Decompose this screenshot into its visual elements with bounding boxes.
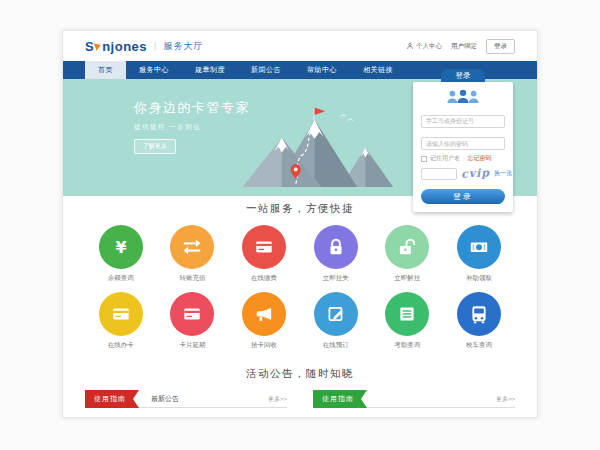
remember-row: 记住用户名 | 忘记密码 bbox=[421, 154, 505, 163]
guide-ribbon-tab[interactable]: 使用指南 bbox=[85, 390, 139, 408]
nav-item-0[interactable]: 首页 bbox=[85, 61, 126, 79]
username-input[interactable] bbox=[421, 115, 505, 128]
service-circle[interactable] bbox=[99, 292, 143, 336]
service-label: 校车查询 bbox=[443, 341, 515, 350]
nav-item-3[interactable]: 新闻公告 bbox=[238, 61, 294, 79]
service-label: 立即解挂 bbox=[372, 274, 444, 283]
login-tab[interactable]: 登录 bbox=[441, 69, 485, 82]
svg-text:¥: ¥ bbox=[115, 238, 126, 257]
user-bind-link[interactable]: 用户绑定 bbox=[451, 42, 477, 51]
separator: | bbox=[463, 156, 465, 162]
service-circle[interactable] bbox=[170, 292, 214, 336]
synjones-logo[interactable]: S njones | 服务大厅 bbox=[85, 39, 203, 54]
personal-center-link[interactable]: 个人中心 bbox=[406, 42, 442, 51]
logo-text: njones bbox=[102, 39, 147, 54]
service-label: 转账充值 bbox=[157, 274, 229, 283]
announcements-section: 活动公告，随时知晓 使用指南 最新公告 更多>> 使用指南 更多>> bbox=[63, 361, 537, 408]
nav-item-2[interactable]: 规章制度 bbox=[182, 61, 238, 79]
announcements-row: 使用指南 最新公告 更多>> 使用指南 更多>> bbox=[85, 390, 515, 408]
personal-center-label: 个人中心 bbox=[416, 42, 442, 51]
service-circle[interactable] bbox=[242, 292, 286, 336]
logo-arrow-icon bbox=[94, 41, 102, 51]
site-name: 服务大厅 bbox=[163, 40, 203, 53]
service-label: 拾卡回收 bbox=[228, 341, 300, 350]
service-label: 余额查询 bbox=[85, 274, 157, 283]
more-link[interactable]: 更多>> bbox=[268, 390, 287, 407]
unlock-icon bbox=[396, 236, 418, 258]
password-input[interactable] bbox=[421, 137, 505, 150]
latest-announcements-tab[interactable]: 最新公告 bbox=[151, 390, 179, 407]
service-item-3[interactable]: 立即挂失 bbox=[300, 225, 372, 283]
megaphone-icon bbox=[253, 303, 275, 325]
service-label: 在线预订 bbox=[300, 341, 372, 350]
service-item-6[interactable]: 在线办卡 bbox=[85, 292, 157, 350]
service-item-11[interactable]: 校车查询 bbox=[443, 292, 515, 350]
announcements-title: 活动公告，随时知晓 bbox=[63, 361, 537, 381]
logo-divider: | bbox=[154, 41, 156, 51]
service-item-9[interactable]: 在线预订 bbox=[300, 292, 372, 350]
service-circle[interactable] bbox=[314, 292, 358, 336]
service-circle[interactable]: ¥ bbox=[99, 225, 143, 269]
transfer-icon bbox=[181, 236, 203, 258]
service-item-0[interactable]: ¥余额查询 bbox=[85, 225, 157, 283]
header-login-button[interactable]: 登录 bbox=[486, 39, 515, 54]
announcements-left-column: 使用指南 最新公告 更多>> bbox=[85, 390, 287, 408]
service-label: 在线办卡 bbox=[85, 341, 157, 350]
service-label: 补助领取 bbox=[443, 274, 515, 283]
captcha-input[interactable] bbox=[421, 168, 457, 180]
card-icon bbox=[110, 303, 132, 325]
announcements-right-column: 使用指南 更多>> bbox=[313, 390, 515, 408]
logo-text: S bbox=[85, 39, 94, 54]
service-label: 考勤查询 bbox=[372, 341, 444, 350]
card-icon bbox=[253, 236, 275, 258]
service-label: 在线缴费 bbox=[228, 274, 300, 283]
nav-item-4[interactable]: 帮助中心 bbox=[294, 61, 350, 79]
login-form: 记住用户名 | 忘记密码 cvip 换一张 登录 bbox=[413, 82, 513, 212]
list-icon bbox=[396, 303, 418, 325]
remember-checkbox[interactable] bbox=[421, 156, 427, 162]
header-menu: 个人中心 用户绑定 登录 bbox=[406, 39, 515, 54]
service-item-2[interactable]: 在线缴费 bbox=[228, 225, 300, 283]
service-label: 立即挂失 bbox=[300, 274, 372, 283]
service-circle[interactable] bbox=[457, 292, 501, 336]
service-item-4[interactable]: 立即解挂 bbox=[372, 225, 444, 283]
login-submit-button[interactable]: 登录 bbox=[421, 189, 505, 204]
site-header: S njones | 服务大厅 个人中心 用户绑定 登录 bbox=[63, 31, 537, 61]
login-panel: 登录 记住用户名 | 忘记密码 cvip 换一张 登录 bbox=[413, 69, 513, 212]
services-grid: ¥余额查询转账充值在线缴费立即挂失立即解挂补助领取在线办卡卡片延期拾卡回收在线预… bbox=[85, 225, 515, 359]
bus-icon bbox=[468, 303, 490, 325]
more-link[interactable]: 更多>> bbox=[496, 390, 515, 407]
hero-text-block: 你身边的卡管专家 提供捷径 一步到位 了解更多 bbox=[134, 99, 250, 154]
hero-subline: 提供捷径 一步到位 bbox=[134, 123, 250, 132]
service-item-1[interactable]: 转账充值 bbox=[157, 225, 229, 283]
service-item-7[interactable]: 卡片延期 bbox=[157, 292, 229, 350]
yen-icon: ¥ bbox=[110, 236, 132, 258]
lock-icon bbox=[325, 236, 347, 258]
guide-ribbon-tab[interactable]: 使用指南 bbox=[313, 390, 367, 408]
service-circle[interactable] bbox=[242, 225, 286, 269]
service-item-8[interactable]: 拾卡回收 bbox=[228, 292, 300, 350]
service-circle[interactable] bbox=[385, 292, 429, 336]
services-section: 一站服务，方便快捷 ¥余额查询转账充值在线缴费立即挂失立即解挂补助领取在线办卡卡… bbox=[63, 196, 537, 361]
captcha-row: cvip 换一张 bbox=[421, 167, 505, 180]
forgot-password-link[interactable]: 忘记密码 bbox=[468, 154, 492, 163]
nav-item-5[interactable]: 相关链接 bbox=[350, 61, 406, 79]
hero-headline: 你身边的卡管专家 bbox=[134, 99, 250, 117]
banknote-icon bbox=[468, 236, 490, 258]
service-item-5[interactable]: 补助领取 bbox=[443, 225, 515, 283]
change-captcha-link[interactable]: 换一张 bbox=[494, 169, 512, 178]
service-circle[interactable] bbox=[457, 225, 501, 269]
service-label: 卡片延期 bbox=[157, 341, 229, 350]
nav-item-1[interactable]: 服务中心 bbox=[126, 61, 182, 79]
service-item-10[interactable]: 考勤查询 bbox=[372, 292, 444, 350]
edit-icon bbox=[325, 303, 347, 325]
users-icon bbox=[445, 88, 481, 105]
service-circle[interactable] bbox=[385, 225, 429, 269]
service-circle[interactable] bbox=[170, 225, 214, 269]
card-icon bbox=[181, 303, 203, 325]
service-hall-page: S njones | 服务大厅 个人中心 用户绑定 登录 首页服务中心规章制度新… bbox=[62, 30, 538, 418]
hero-more-button[interactable]: 了解更多 bbox=[134, 139, 176, 154]
captcha-image[interactable]: cvip bbox=[461, 166, 491, 180]
service-circle[interactable] bbox=[314, 225, 358, 269]
remember-label: 记住用户名 bbox=[430, 154, 460, 163]
